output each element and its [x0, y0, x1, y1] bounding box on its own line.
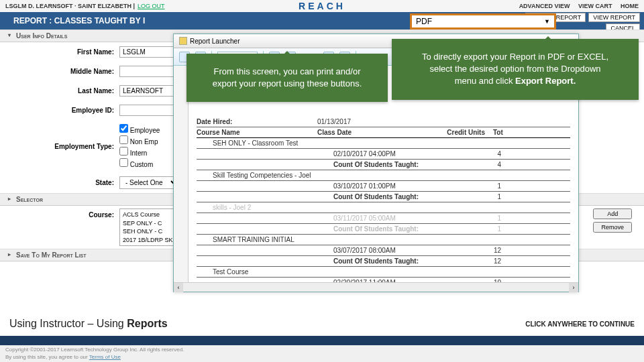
state-select[interactable]: - Select One [119, 176, 180, 189]
employee-checkbox[interactable] [119, 124, 128, 133]
report-title: REPORT : CLASSES TAUGHT BY I [13, 16, 145, 25]
launcher-hscroll[interactable]: ‹ › [174, 282, 578, 292]
course-label: Course: [40, 211, 114, 219]
table-row: 02/10/2017 04:00PM4 [197, 149, 570, 160]
table-row: Test Course [197, 267, 570, 278]
add-course-button[interactable]: Add [593, 208, 632, 219]
table-row: 03/11/2017 05:00AM1 [197, 213, 570, 224]
chevron-down-icon: ▼ [544, 18, 550, 25]
advanced-view-link[interactable]: ADVANCED VIEW [519, 3, 570, 9]
export-format-value: PDF [416, 17, 432, 26]
scroll-left-icon[interactable]: ‹ [174, 283, 183, 292]
table-row: 03/10/2017 01:00PM1 [197, 181, 570, 192]
table-row: 02/20/2017 11:00AM10 [197, 278, 570, 282]
middle-name-label: Middle Name: [40, 68, 114, 75]
copyright: Copyright ©2001-2017 Learnsoft Technolog… [0, 345, 644, 362]
table-row: Count Of Students Taught:1 [197, 192, 570, 202]
table-row: SEH ONLY - Classroom Test [197, 138, 570, 149]
employee-id-input[interactable] [119, 105, 180, 116]
terms-link[interactable]: Terms of Use [89, 354, 121, 360]
last-name-label: Last Name: [40, 87, 114, 95]
middle-name-input[interactable] [119, 66, 180, 77]
remove-course-button[interactable]: Remove [593, 222, 632, 233]
callout-export-dropdown: To directly export your Report in PDF or… [392, 39, 639, 100]
custom-checkbox[interactable] [119, 158, 128, 167]
table-row: SMART TRAINING INITIAL [197, 235, 570, 245]
report-icon [179, 37, 187, 45]
logout-link[interactable]: LOG OUT [138, 3, 165, 9]
first-name-label: First Name: [40, 48, 114, 56]
top-bar: LSGLM D. LEARNSOFT · SAINT ELIZABETH | L… [0, 0, 644, 12]
top-nav: ADVANCED VIEW VIEW CART HOME [513, 3, 639, 9]
view-cart-link[interactable]: VIEW CART [578, 3, 612, 9]
scroll-right-icon[interactable]: › [569, 283, 578, 292]
employment-type-group: Employee Non Emp Intern Custom [119, 124, 165, 168]
table-row: Count Of Students Taught:1 [197, 224, 570, 235]
table-row: skills - Joel 2 [197, 202, 570, 213]
continue-hint[interactable]: CLICK ANYWHERE TO CONTINUE [525, 320, 635, 328]
bottom-strip: Using Instructor – Using Reports CLICK A… [0, 312, 644, 362]
view-report-button[interactable]: VIEW REPORT [588, 13, 640, 22]
table-row: Count Of Students Taught:4 [197, 160, 570, 170]
table-row: Skill Testing Competencies - Joel [197, 170, 570, 181]
export-format-dropdown[interactable]: PDF ▼ [410, 13, 556, 29]
employee-id-label: Employee ID: [40, 107, 114, 114]
state-label: State: [40, 179, 114, 186]
home-link[interactable]: HOME [621, 3, 639, 9]
employment-type-label: Employment Type: [40, 143, 114, 150]
first-name-input[interactable] [119, 46, 180, 58]
breadcrumb: Using Instructor – Using Reports [9, 318, 168, 330]
user-line: LSGLM D. LEARNSOFT · SAINT ELIZABETH | [5, 3, 135, 9]
last-name-input[interactable] [119, 85, 180, 97]
callout-print-export: From this screen, you can print and/or e… [186, 54, 388, 102]
table-row: Count Of Students Taught:12 [197, 256, 570, 267]
brand-logo: REACH [299, 1, 345, 11]
intern-checkbox[interactable] [119, 147, 128, 156]
table-row: 03/07/2017 08:00AM12 [197, 245, 570, 256]
nonemp-checkbox[interactable] [119, 135, 128, 144]
